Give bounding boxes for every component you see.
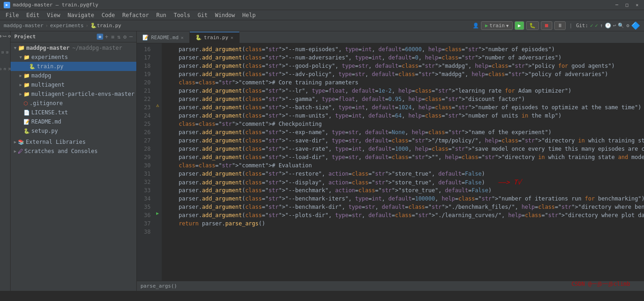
- sidebar-icon-commit[interactable]: Commit: [0, 49, 10, 55]
- code-line-35: parser.add_argument(class="str">"--bench…: [165, 203, 644, 211]
- readme-icon: 📝: [23, 119, 30, 125]
- git-check1: ✓: [590, 23, 593, 29]
- maximize-button[interactable]: □: [624, 2, 630, 8]
- tree-item-experiments[interactable]: ▼ 📁 experiments: [11, 53, 136, 62]
- window-title: maddpg-master – train.py@fly: [13, 2, 614, 8]
- line-num-28: 28: [137, 145, 153, 153]
- setup-label: setup.py: [31, 128, 58, 134]
- tree-item-readme[interactable]: 📝 README.md: [11, 117, 136, 126]
- maddpg-folder-icon: 📁: [23, 73, 30, 79]
- breadcrumb-root[interactable]: maddpg-master: [4, 23, 43, 29]
- line-num-19: 19: [137, 70, 153, 78]
- code-line-28: parser.add_argument(class="str">"--save-…: [165, 145, 644, 153]
- line-num-18: 18: [137, 62, 153, 70]
- menu-item-file[interactable]: File: [2, 11, 23, 19]
- multiagent-folder-icon: 📁: [23, 82, 30, 88]
- line-num-17: 17: [137, 53, 153, 62]
- code-line-18: parser.add_argument(class="str">"--good-…: [165, 62, 644, 70]
- tree-item-scratches[interactable]: ▶ 🖊 Scratches and Consoles: [11, 147, 136, 156]
- breadcrumb-experiments[interactable]: experiments: [50, 23, 84, 29]
- menu-item-window[interactable]: Window: [211, 11, 239, 19]
- project-panel: Project ≡ + ≡ ⇅ ⚙ ─ ▼ 📁 maddpg-master ~/…: [11, 31, 137, 291]
- code-line-23: parser.add_argument(class="str">"--batch…: [165, 103, 644, 112]
- git-revert: ↩: [613, 23, 616, 29]
- debug-button[interactable]: 🐛: [526, 21, 539, 30]
- editor-area: 📝 README.md ✕ 🐍 train.py ✕ △ 25 ✓ 11 ▲ ▼…: [137, 31, 644, 291]
- collapse-all-icon[interactable]: ≡: [111, 34, 114, 40]
- menu-item-edit[interactable]: Edit: [23, 11, 43, 19]
- sidebar-icon-pullrequests[interactable]: Pull Requests: [0, 66, 10, 72]
- code-line-16: parser.add_argument(class="str">"--num-e…: [165, 45, 644, 53]
- settings-tree-icon[interactable]: ⚙: [123, 34, 127, 40]
- tree-item-license[interactable]: 📄 LICENSE.txt: [11, 108, 136, 117]
- code-line-21: parser.add_argument(class="str">"--lr", …: [165, 87, 644, 95]
- minimize-button[interactable]: ─: [614, 2, 620, 8]
- sidebar-icon-project[interactable]: Project: [0, 33, 10, 39]
- code-view[interactable]: 1617181920212223242526272829303132333435…: [137, 43, 644, 281]
- tree-item-external-libs[interactable]: ▶ 📚 External Libraries: [11, 137, 136, 147]
- file-tree: ▼ 📁 maddpg-master ~/maddpg-master ▼ 📁 ex…: [11, 42, 136, 291]
- title-bar: ▶ maddpg-master – train.py@fly ─ □ ✕: [0, 0, 644, 10]
- gitignore-label: .gitignore: [29, 100, 63, 106]
- line-num-34: 34: [137, 195, 153, 203]
- git-label: Git:: [576, 23, 588, 29]
- multiagent-label: multiagent: [31, 82, 64, 88]
- menu-item-tools[interactable]: Tools: [170, 11, 194, 19]
- new-file-icon[interactable]: +: [105, 34, 108, 40]
- menu-item-git[interactable]: Git: [194, 11, 211, 19]
- code-content-panel[interactable]: parser.add_argument(class="str">"--num-e…: [162, 43, 644, 281]
- line-num-33: 33: [137, 186, 153, 195]
- menu-item-code[interactable]: Code: [98, 11, 119, 19]
- project-header-icons: + ≡ ⇅ ⚙ ─: [105, 34, 133, 40]
- search-icon[interactable]: 🔍: [618, 23, 624, 29]
- hide-panel-icon[interactable]: ─: [129, 34, 133, 40]
- code-line-22: parser.add_argument(class="str">"--gamma…: [165, 95, 644, 103]
- run-button[interactable]: ▶: [515, 21, 524, 30]
- tab-readme[interactable]: 📝 README.md ✕: [137, 32, 190, 43]
- gitignore-icon: ⬡: [23, 100, 28, 106]
- app-icon: ▶: [4, 2, 10, 8]
- git-check2: ✓: [595, 23, 598, 29]
- train-py-icon: 🐍: [29, 64, 35, 70]
- stop-button[interactable]: ⏹: [541, 21, 552, 30]
- tab-bar: 📝 README.md ✕ 🐍 train.py ✕ △ 25 ✓ 11 ▲ ▼: [137, 31, 644, 43]
- code-line-33: parser.add_argument(class="str">"--bench…: [165, 186, 644, 195]
- code-line-34: parser.add_argument(class="str">"--bench…: [165, 195, 644, 203]
- setup-icon: 🐍: [23, 128, 30, 134]
- sort-icon[interactable]: ⇅: [117, 34, 120, 40]
- pause-button[interactable]: ⏸: [554, 21, 566, 30]
- train-tab-label: train.py: [204, 35, 228, 41]
- menu-item-help[interactable]: Help: [239, 11, 259, 19]
- tree-item-particle[interactable]: ▶ 📁 multiagent-particle-envs-master: [11, 89, 136, 99]
- code-line-36: parser.add_argument(class="str">"--plots…: [165, 211, 644, 219]
- breadcrumb-bar: maddpg-master › experiments › 🐍 train.py…: [0, 20, 644, 31]
- code-line-25: class=class="str">"comment"># Checkpoint…: [165, 120, 644, 128]
- tree-item-root[interactable]: ▼ 📁 maddpg-master ~/maddpg-master: [11, 43, 136, 53]
- menu-item-navigate[interactable]: Navigate: [64, 11, 98, 19]
- tree-item-train-py[interactable]: 🐍 train.py: [11, 62, 136, 71]
- code-line-29: parser.add_argument(class="str">"--load-…: [165, 153, 644, 161]
- scratches-icon: 🖊: [18, 148, 23, 154]
- run-config-dropdown[interactable]: ▶ train ▼: [481, 21, 513, 30]
- train-tab-close[interactable]: ✕: [231, 35, 234, 40]
- menu-item-view[interactable]: View: [43, 11, 64, 19]
- line-num-27: 27: [137, 136, 153, 145]
- code-line-32: parser.add_argument(class="str">"--displ…: [165, 178, 644, 186]
- breadcrumb-file[interactable]: train.py: [97, 23, 121, 29]
- status-bar: parse_args() UTF-8 LF Python: [137, 281, 644, 291]
- tree-item-multiagent[interactable]: ▶ 📁 multiagent: [11, 80, 136, 89]
- menu-item-run[interactable]: Run: [152, 11, 170, 19]
- tab-train-py[interactable]: 🐍 train.py ✕: [190, 32, 240, 43]
- tree-item-setup[interactable]: 🐍 setup.py: [11, 126, 136, 136]
- menu-item-refactor[interactable]: Refactor: [118, 11, 152, 19]
- train-tab-icon: 🐍: [195, 35, 202, 41]
- settings-icon[interactable]: ⚙: [626, 23, 629, 29]
- readme-tab-label: README.md: [151, 35, 179, 41]
- train-py-label: train.py: [37, 63, 64, 70]
- tree-item-gitignore[interactable]: ⬡ .gitignore: [11, 99, 136, 108]
- main-layout: Project Commit Pull Requests Project ≡ +…: [0, 31, 644, 291]
- close-button[interactable]: ✕: [634, 2, 640, 8]
- readme-tab-close[interactable]: ✕: [181, 35, 184, 40]
- tree-item-maddpg[interactable]: ▶ 📁 maddpg: [11, 71, 136, 80]
- line-numbers-panel: 1617181920212223242526272829303132333435…: [137, 43, 153, 281]
